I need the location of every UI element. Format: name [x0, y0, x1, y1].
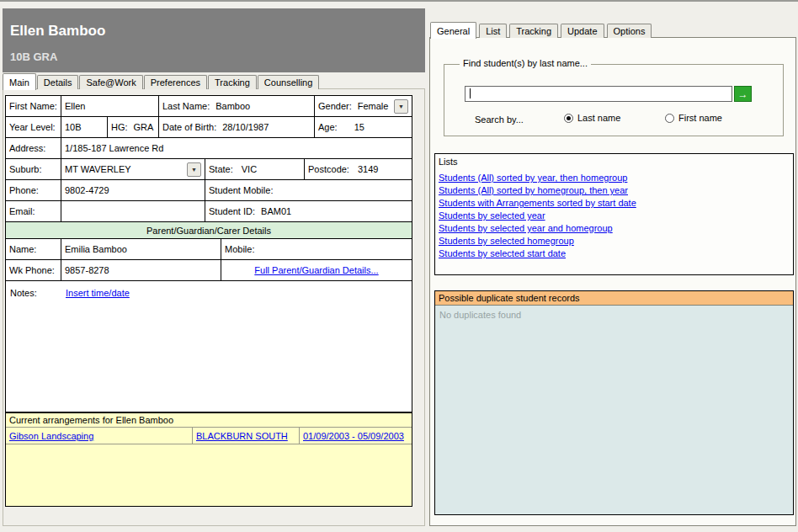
student-id-label: Student ID:	[209, 206, 255, 216]
wk-phone-text: 9857-8278	[65, 265, 109, 275]
student-details-form: First Name: Ellen Last Name: Bamboo Gend…	[5, 95, 412, 412]
parent-mobile-field[interactable]: Mobile:	[221, 239, 412, 259]
tab-general[interactable]: General	[430, 22, 476, 39]
tab-main[interactable]: Main	[3, 73, 36, 90]
chevron-down-icon: ▼	[398, 104, 404, 109]
parent-section-title: Parent/Guardian/Carer Details	[146, 226, 271, 236]
duplicates-header: Possible duplicate student records	[435, 291, 793, 306]
suburb-label: Suburb:	[9, 164, 42, 174]
form-row-email: Email: Student ID: BAM01	[6, 201, 412, 222]
search-go-button[interactable]: →	[734, 86, 752, 102]
age-label: Age:	[318, 122, 338, 132]
tab-safework[interactable]: Safe@Work	[79, 75, 142, 89]
arrow-right-icon: →	[738, 89, 748, 99]
postcode-field[interactable]: Postcode: 3149	[305, 159, 412, 179]
tab-preferences[interactable]: Preferences	[144, 75, 207, 89]
full-parent-details-cell: Full Parent/Guardian Details...	[221, 260, 412, 280]
list-link-all-by-year-homegroup[interactable]: Students (All) sorted by year, then home…	[439, 172, 790, 184]
dob-field[interactable]: Date of Birth: 28/10/1987	[159, 117, 315, 137]
student-banner: Ellen Bamboo 10B GRA	[3, 8, 425, 72]
suburb-value: MT WAVERLEY	[65, 164, 131, 174]
duplicates-body: No duplicates found	[435, 306, 793, 324]
search-input-wrap	[465, 86, 732, 102]
last-name-label: Last Name:	[162, 101, 210, 111]
age-value: 15	[354, 122, 364, 132]
last-name-radio[interactable]	[564, 114, 573, 123]
hg-value: GRA	[134, 122, 154, 132]
notes-label: Notes:	[10, 288, 37, 298]
first-name-radio-label: First name	[678, 113, 722, 123]
list-link-by-selected-start-date[interactable]: Students by selected start date	[439, 247, 790, 260]
search-by-label: Search by...	[475, 114, 524, 125]
year-level-label: Year Level:	[9, 122, 56, 132]
arrangement-dates-link[interactable]: 01/09/2003 - 05/09/2003	[303, 431, 404, 441]
gender-field: Gender: Female ▼	[315, 96, 412, 116]
form-row-suburb: Suburb: MT WAVERLEY ▼ State: VIC Postcod…	[6, 159, 412, 180]
phone-text: 9802-4729	[65, 185, 109, 195]
search-tabstrip: General List Tracking Update Options	[430, 22, 654, 38]
parent-mobile-label: Mobile:	[225, 244, 254, 254]
arrangement-employer-link[interactable]: Gibson Landscaping	[9, 431, 93, 441]
email-value[interactable]	[61, 201, 205, 221]
state-field[interactable]: State: VIC	[205, 159, 305, 179]
notes-area[interactable]: Notes: Insert time/date	[6, 281, 412, 412]
first-name-text: Ellen	[65, 101, 85, 111]
address-value[interactable]: 1/185-187 Lawrence Rd	[61, 138, 412, 158]
tab-update[interactable]: Update	[561, 24, 604, 38]
radio-option-last-name[interactable]: Last name	[564, 113, 620, 123]
tab-tracking-left[interactable]: Tracking	[208, 75, 257, 89]
gender-dropdown-button[interactable]: ▼	[394, 99, 408, 114]
last-name-value: Bamboo	[215, 101, 250, 111]
find-groupbox-label: Find student(s) by last name...	[460, 58, 591, 68]
student-id-field: Student ID: BAM01	[205, 201, 412, 221]
list-link-arrangements-by-start-date[interactable]: Students with Arrangements sorted by sta…	[439, 197, 790, 210]
student-id-value: BAM01	[261, 206, 291, 216]
form-row-parent-name: Name: Emilia Bamboo Mobile:	[6, 239, 412, 260]
search-input[interactable]	[465, 86, 732, 102]
phone-value[interactable]: 9802-4729	[61, 180, 205, 200]
tab-options[interactable]: Options	[607, 24, 652, 38]
phone-label: Phone:	[9, 185, 39, 195]
list-link-by-selected-homegroup[interactable]: Students by selected homegroup	[439, 235, 790, 247]
parent-name-value[interactable]: Emilia Bamboo	[61, 239, 221, 259]
app-window: Ellen Bamboo 10B GRA Main Details Safe@W…	[0, 0, 798, 532]
age-field: Age: 15	[315, 117, 412, 137]
email-label: Email:	[9, 206, 35, 216]
form-row-wk-phone: Wk Phone: 9857-8278 Full Parent/Guardian…	[6, 260, 412, 281]
student-name: Ellen Bamboo	[10, 23, 105, 40]
suburb-field[interactable]: MT WAVERLEY ▼	[61, 159, 205, 179]
first-name-radio[interactable]	[665, 114, 674, 123]
list-link-by-selected-year-homegroup[interactable]: Students by selected year and homegroup	[439, 222, 790, 235]
last-name-field[interactable]: Last Name: Bamboo	[159, 96, 315, 116]
suburb-dropdown-button[interactable]: ▼	[187, 162, 201, 177]
tab-counselling[interactable]: Counselling	[258, 75, 319, 89]
radio-option-first-name[interactable]: First name	[665, 113, 722, 123]
parent-name-text: Emilia Bamboo	[65, 244, 127, 254]
first-name-label: First Name:	[9, 101, 57, 111]
arrangements-panel: Current arrangements for Ellen Bamboo Gi…	[5, 412, 412, 507]
student-mobile-field[interactable]: Student Mobile:	[205, 180, 412, 200]
tab-tracking-right[interactable]: Tracking	[509, 24, 558, 38]
wk-phone-label: Wk Phone:	[9, 265, 55, 275]
arrangement-suburb-link[interactable]: BLACKBURN SOUTH	[196, 431, 288, 441]
tab-details[interactable]: Details	[37, 75, 79, 89]
form-row-year: Year Level: 10B HG: GRA Date of Birth: 2…	[6, 117, 412, 138]
state-value: VIC	[242, 164, 257, 174]
year-level-value[interactable]: 10B	[61, 117, 108, 137]
wk-phone-value[interactable]: 9857-8278	[61, 260, 221, 280]
full-parent-details-link[interactable]: Full Parent/Guardian Details...	[254, 265, 378, 275]
gender-value[interactable]: Female	[358, 101, 389, 111]
list-link-by-selected-year[interactable]: Students by selected year	[439, 210, 790, 222]
first-name-value[interactable]: Ellen	[61, 96, 159, 116]
dob-value: 28/10/1987	[222, 122, 269, 132]
student-mobile-label: Student Mobile:	[209, 185, 273, 195]
state-label: State:	[209, 164, 233, 174]
tab-list[interactable]: List	[479, 24, 507, 38]
list-link-all-by-homegroup-year[interactable]: Students (All) sorted by homegroup, then…	[439, 184, 790, 197]
homegroup-field[interactable]: HG: GRA	[108, 117, 159, 137]
duplicates-panel: Possible duplicate student records No du…	[434, 290, 794, 515]
insert-time-date-link[interactable]: Insert time/date	[66, 288, 130, 298]
lists-panel: Lists Students (All) sorted by year, the…	[434, 153, 794, 275]
parent-name-label: Name:	[9, 244, 36, 254]
parent-section-header: Parent/Guardian/Carer Details	[6, 222, 412, 239]
